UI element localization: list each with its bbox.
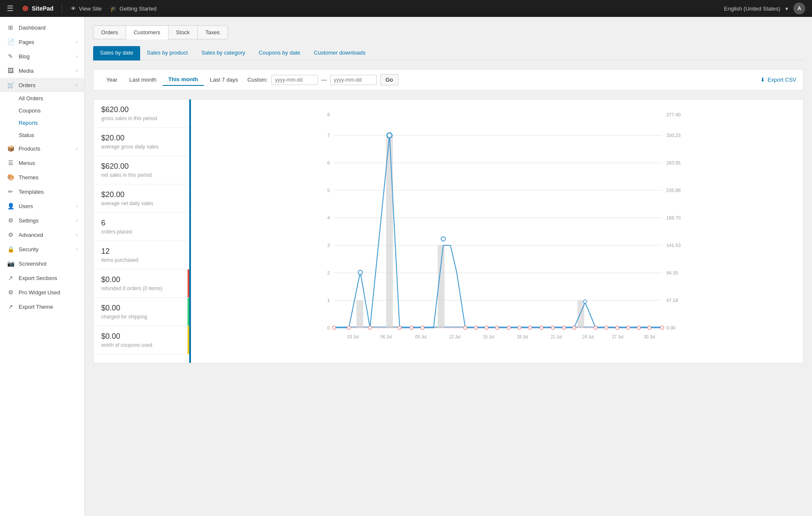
stat-net-sales: $620.00 net sales in this period bbox=[94, 156, 189, 184]
sidebar-sub-coupons[interactable]: Coupons bbox=[19, 104, 84, 117]
sidebar-label-pro-widget: Pro Widget Used bbox=[19, 289, 77, 296]
sub-tab-customer-downloads[interactable]: Customer downloads bbox=[307, 46, 372, 60]
zero-point-18 bbox=[594, 326, 597, 329]
zero-point-20 bbox=[616, 326, 619, 329]
sidebar-label-dashboard: Dashboard bbox=[19, 25, 77, 31]
sidebar-item-pro-widget[interactable]: ⚙ Pro Widget Used bbox=[0, 285, 84, 299]
sidebar-item-themes[interactable]: 🎨 Themes bbox=[0, 170, 84, 184]
svg-text:6: 6 bbox=[327, 160, 330, 165]
export-csv-button[interactable]: ⬇ Export CSV bbox=[760, 77, 796, 83]
sidebar-item-export-theme[interactable]: ↗ Export Theme bbox=[0, 299, 84, 314]
users-chevron-icon: › bbox=[76, 203, 77, 209]
sub-tab-coupons-by-date[interactable]: Coupons by date bbox=[252, 46, 307, 60]
custom-to-input[interactable] bbox=[330, 75, 377, 85]
stat-coupons-value: $0.00 bbox=[101, 332, 182, 341]
svg-text:141.53: 141.53 bbox=[666, 243, 681, 248]
svg-text:21 Jul: 21 Jul bbox=[551, 335, 562, 339]
pro-widget-icon: ⚙ bbox=[7, 289, 14, 296]
period-last-month-btn[interactable]: Last month bbox=[123, 74, 162, 85]
sidebar-item-advanced[interactable]: ⚙ Advanced › bbox=[0, 228, 84, 242]
sidebar-item-orders[interactable]: 🛒 Orders › bbox=[0, 78, 84, 92]
svg-text:0.00: 0.00 bbox=[666, 325, 675, 330]
orders-chevron-icon: › bbox=[76, 82, 77, 88]
go-button[interactable]: Go bbox=[380, 74, 398, 85]
tab-orders[interactable]: Orders bbox=[93, 25, 126, 39]
stat-gross-sales-label: gross sales in this period bbox=[101, 115, 182, 121]
sidebar-item-screenshot[interactable]: 📷 Screenshot bbox=[0, 256, 84, 271]
security-icon: 🔒 bbox=[7, 246, 14, 253]
stat-refunded-bar bbox=[188, 269, 189, 297]
zero-point-16 bbox=[562, 326, 566, 329]
sidebar-item-blog[interactable]: ✎ Blog › bbox=[0, 49, 84, 63]
sidebar-sub-reports[interactable]: Reports bbox=[19, 117, 84, 129]
sidebar-item-templates[interactable]: ✏ Templates bbox=[0, 184, 84, 199]
chart-area: 0 1 2 3 4 5 6 7 8 0.00 47.18 94.35 141.5… bbox=[191, 99, 803, 363]
sidebar-sub-status[interactable]: Status bbox=[19, 129, 84, 141]
getting-started-link[interactable]: 🎓 Getting Started bbox=[110, 5, 156, 12]
topbar-right: English (United States) ▾ A bbox=[724, 3, 805, 14]
sidebar-label-orders: Orders bbox=[19, 82, 72, 88]
sub-tab-sales-by-category[interactable]: Sales by category bbox=[195, 46, 252, 60]
sidebar-item-security[interactable]: 🔒 Security › bbox=[0, 242, 84, 256]
sidebar-item-products[interactable]: 📦 Products › bbox=[0, 141, 84, 156]
period-year-btn[interactable]: Year bbox=[100, 74, 123, 85]
svg-text:283.05: 283.05 bbox=[666, 160, 681, 165]
sidebar-label-export-sections: Export Sections bbox=[19, 275, 77, 281]
blog-chevron-icon: › bbox=[76, 54, 77, 59]
bar-03jul bbox=[356, 300, 363, 328]
topbar: ☰ ⊛ SitePad 👁 View Site 🎓 Getting Starte… bbox=[0, 0, 812, 17]
report-main-tabs: Orders Customers Stock Taxes bbox=[93, 25, 804, 39]
sidebar-item-media[interactable]: 🖼 Media › bbox=[0, 63, 84, 78]
date-dash: — bbox=[321, 77, 327, 83]
tab-stock[interactable]: Stock bbox=[168, 25, 198, 39]
svg-text:5: 5 bbox=[327, 188, 330, 193]
zero-point-12 bbox=[518, 326, 521, 329]
stat-coupons: $0.00 worth of coupons used bbox=[94, 326, 189, 354]
sub-tab-sales-by-product[interactable]: Sales by product bbox=[140, 46, 195, 60]
sidebar-item-settings[interactable]: ⚙ Settings › bbox=[0, 213, 84, 228]
topbar-separator bbox=[62, 4, 62, 13]
sidebar-label-pages: Pages bbox=[19, 39, 72, 45]
zero-point-15 bbox=[551, 326, 555, 329]
svg-text:09 Jul: 09 Jul bbox=[415, 335, 427, 339]
stat-net-sales-value: $620.00 bbox=[101, 162, 182, 171]
zero-point-2 bbox=[347, 326, 351, 329]
custom-from-input[interactable] bbox=[271, 75, 318, 85]
svg-text:27 Jul: 27 Jul bbox=[612, 335, 624, 339]
report-content-area: $620.00 gross sales in this period $20.0… bbox=[93, 99, 804, 363]
stat-items-purchased-label: items purchased bbox=[101, 257, 182, 263]
orders-submenu: All Orders Coupons Reports Status bbox=[0, 92, 84, 141]
period-this-month-btn[interactable]: This month bbox=[163, 74, 204, 86]
sidebar: ⊞ Dashboard 📄 Pages › ✎ Blog › 🖼 Media ›… bbox=[0, 17, 85, 516]
svg-text:47.18: 47.18 bbox=[666, 298, 678, 303]
zero-point-17 bbox=[572, 326, 576, 329]
svg-text:94.35: 94.35 bbox=[666, 270, 678, 275]
hamburger-icon[interactable]: ☰ bbox=[7, 4, 14, 13]
sidebar-item-users[interactable]: 👤 Users › bbox=[0, 199, 84, 213]
logo-icon: ⊛ bbox=[22, 4, 28, 13]
user-avatar[interactable]: A bbox=[793, 3, 805, 14]
zero-point-11 bbox=[507, 326, 511, 329]
sidebar-label-advanced: Advanced bbox=[19, 232, 72, 238]
tab-customers[interactable]: Customers bbox=[126, 25, 168, 39]
templates-icon: ✏ bbox=[7, 188, 14, 195]
orders-icon: 🛒 bbox=[7, 82, 14, 88]
sidebar-item-menus[interactable]: ☰ Menus bbox=[0, 156, 84, 170]
language-selector[interactable]: English (United States) bbox=[724, 5, 780, 12]
graduation-icon: 🎓 bbox=[110, 5, 117, 12]
stat-refunded-value: $0.00 bbox=[101, 275, 182, 284]
period-last-7-days-btn[interactable]: Last 7 days bbox=[204, 74, 244, 85]
sidebar-item-export-sections[interactable]: ↗ Export Sections bbox=[0, 271, 84, 285]
stat-shipping-bar bbox=[188, 298, 189, 326]
view-site-link[interactable]: 👁 View Site bbox=[71, 5, 102, 12]
screenshot-icon: 📷 bbox=[7, 260, 14, 267]
sidebar-item-dashboard[interactable]: ⊞ Dashboard bbox=[0, 20, 84, 35]
zero-point-10 bbox=[495, 326, 499, 329]
zero-point-7 bbox=[464, 326, 467, 329]
zero-point-14 bbox=[540, 326, 543, 329]
tab-taxes[interactable]: Taxes bbox=[197, 25, 228, 39]
sidebar-item-pages[interactable]: 📄 Pages › bbox=[0, 35, 84, 49]
sidebar-sub-all-orders[interactable]: All Orders bbox=[19, 92, 84, 104]
stat-avg-net-daily: $20.00 average net daily sales bbox=[94, 184, 189, 213]
sub-tab-sales-by-date[interactable]: Sales by date bbox=[93, 46, 140, 60]
